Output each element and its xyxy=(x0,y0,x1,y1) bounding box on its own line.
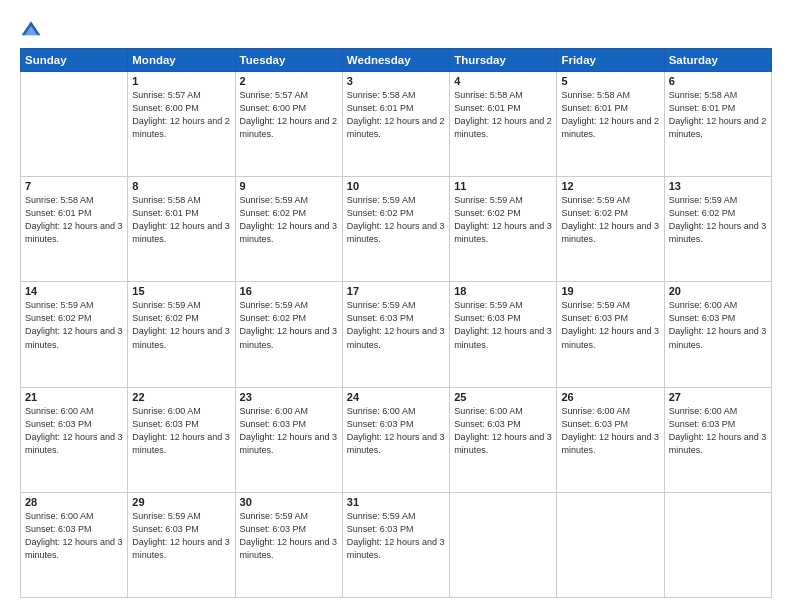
day-number: 15 xyxy=(132,285,230,297)
page: SundayMondayTuesdayWednesdayThursdayFrid… xyxy=(0,0,792,612)
calendar-day-cell: 12Sunrise: 5:59 AMSunset: 6:02 PMDayligh… xyxy=(557,177,664,282)
calendar-day-cell: 22Sunrise: 6:00 AMSunset: 6:03 PMDayligh… xyxy=(128,387,235,492)
day-number: 30 xyxy=(240,496,338,508)
day-info: Sunrise: 5:58 AMSunset: 6:01 PMDaylight:… xyxy=(132,194,230,246)
calendar-day-cell: 5Sunrise: 5:58 AMSunset: 6:01 PMDaylight… xyxy=(557,72,664,177)
calendar-header-thursday: Thursday xyxy=(450,49,557,72)
calendar-day-cell: 3Sunrise: 5:58 AMSunset: 6:01 PMDaylight… xyxy=(342,72,449,177)
day-number: 13 xyxy=(669,180,767,192)
day-info: Sunrise: 6:00 AMSunset: 6:03 PMDaylight:… xyxy=(454,405,552,457)
day-number: 31 xyxy=(347,496,445,508)
calendar-day-cell: 10Sunrise: 5:59 AMSunset: 6:02 PMDayligh… xyxy=(342,177,449,282)
calendar-day-cell: 1Sunrise: 5:57 AMSunset: 6:00 PMDaylight… xyxy=(128,72,235,177)
day-info: Sunrise: 5:59 AMSunset: 6:02 PMDaylight:… xyxy=(561,194,659,246)
day-number: 11 xyxy=(454,180,552,192)
day-info: Sunrise: 5:59 AMSunset: 6:02 PMDaylight:… xyxy=(240,299,338,351)
calendar-day-cell: 27Sunrise: 6:00 AMSunset: 6:03 PMDayligh… xyxy=(664,387,771,492)
day-number: 29 xyxy=(132,496,230,508)
day-number: 14 xyxy=(25,285,123,297)
calendar-day-cell: 23Sunrise: 6:00 AMSunset: 6:03 PMDayligh… xyxy=(235,387,342,492)
day-number: 12 xyxy=(561,180,659,192)
day-info: Sunrise: 6:00 AMSunset: 6:03 PMDaylight:… xyxy=(132,405,230,457)
day-info: Sunrise: 5:57 AMSunset: 6:00 PMDaylight:… xyxy=(240,89,338,141)
day-number: 16 xyxy=(240,285,338,297)
day-info: Sunrise: 5:58 AMSunset: 6:01 PMDaylight:… xyxy=(561,89,659,141)
calendar-day-cell: 9Sunrise: 5:59 AMSunset: 6:02 PMDaylight… xyxy=(235,177,342,282)
header xyxy=(20,18,772,40)
calendar-day-cell: 15Sunrise: 5:59 AMSunset: 6:02 PMDayligh… xyxy=(128,282,235,387)
calendar-day-cell: 11Sunrise: 5:59 AMSunset: 6:02 PMDayligh… xyxy=(450,177,557,282)
calendar-header-friday: Friday xyxy=(557,49,664,72)
calendar-day-cell xyxy=(21,72,128,177)
calendar-day-cell xyxy=(450,492,557,597)
day-number: 23 xyxy=(240,391,338,403)
day-info: Sunrise: 5:58 AMSunset: 6:01 PMDaylight:… xyxy=(669,89,767,141)
day-info: Sunrise: 6:00 AMSunset: 6:03 PMDaylight:… xyxy=(669,405,767,457)
calendar-header-row: SundayMondayTuesdayWednesdayThursdayFrid… xyxy=(21,49,772,72)
calendar-day-cell: 13Sunrise: 5:59 AMSunset: 6:02 PMDayligh… xyxy=(664,177,771,282)
calendar-day-cell xyxy=(664,492,771,597)
day-number: 28 xyxy=(25,496,123,508)
day-info: Sunrise: 5:59 AMSunset: 6:02 PMDaylight:… xyxy=(347,194,445,246)
day-info: Sunrise: 5:59 AMSunset: 6:02 PMDaylight:… xyxy=(240,194,338,246)
calendar-header-tuesday: Tuesday xyxy=(235,49,342,72)
day-number: 7 xyxy=(25,180,123,192)
day-info: Sunrise: 6:00 AMSunset: 6:03 PMDaylight:… xyxy=(347,405,445,457)
day-info: Sunrise: 5:59 AMSunset: 6:02 PMDaylight:… xyxy=(454,194,552,246)
calendar-day-cell: 7Sunrise: 5:58 AMSunset: 6:01 PMDaylight… xyxy=(21,177,128,282)
day-number: 17 xyxy=(347,285,445,297)
day-number: 27 xyxy=(669,391,767,403)
day-number: 21 xyxy=(25,391,123,403)
calendar-day-cell: 16Sunrise: 5:59 AMSunset: 6:02 PMDayligh… xyxy=(235,282,342,387)
calendar-day-cell: 4Sunrise: 5:58 AMSunset: 6:01 PMDaylight… xyxy=(450,72,557,177)
day-info: Sunrise: 6:00 AMSunset: 6:03 PMDaylight:… xyxy=(240,405,338,457)
logo-icon xyxy=(20,18,42,40)
calendar-day-cell: 20Sunrise: 6:00 AMSunset: 6:03 PMDayligh… xyxy=(664,282,771,387)
calendar-week-row: 7Sunrise: 5:58 AMSunset: 6:01 PMDaylight… xyxy=(21,177,772,282)
calendar-day-cell: 18Sunrise: 5:59 AMSunset: 6:03 PMDayligh… xyxy=(450,282,557,387)
calendar-header-monday: Monday xyxy=(128,49,235,72)
day-info: Sunrise: 5:59 AMSunset: 6:02 PMDaylight:… xyxy=(132,299,230,351)
calendar-day-cell: 26Sunrise: 6:00 AMSunset: 6:03 PMDayligh… xyxy=(557,387,664,492)
calendar-table: SundayMondayTuesdayWednesdayThursdayFrid… xyxy=(20,48,772,598)
day-number: 4 xyxy=(454,75,552,87)
calendar-day-cell: 14Sunrise: 5:59 AMSunset: 6:02 PMDayligh… xyxy=(21,282,128,387)
day-number: 3 xyxy=(347,75,445,87)
day-info: Sunrise: 5:59 AMSunset: 6:03 PMDaylight:… xyxy=(561,299,659,351)
calendar-header-saturday: Saturday xyxy=(664,49,771,72)
calendar-day-cell: 24Sunrise: 6:00 AMSunset: 6:03 PMDayligh… xyxy=(342,387,449,492)
day-number: 6 xyxy=(669,75,767,87)
day-info: Sunrise: 5:57 AMSunset: 6:00 PMDaylight:… xyxy=(132,89,230,141)
day-info: Sunrise: 6:00 AMSunset: 6:03 PMDaylight:… xyxy=(25,510,123,562)
day-info: Sunrise: 5:58 AMSunset: 6:01 PMDaylight:… xyxy=(347,89,445,141)
calendar-day-cell: 6Sunrise: 5:58 AMSunset: 6:01 PMDaylight… xyxy=(664,72,771,177)
day-number: 5 xyxy=(561,75,659,87)
calendar-day-cell: 25Sunrise: 6:00 AMSunset: 6:03 PMDayligh… xyxy=(450,387,557,492)
day-number: 1 xyxy=(132,75,230,87)
day-number: 24 xyxy=(347,391,445,403)
day-info: Sunrise: 5:59 AMSunset: 6:02 PMDaylight:… xyxy=(25,299,123,351)
calendar-day-cell: 31Sunrise: 5:59 AMSunset: 6:03 PMDayligh… xyxy=(342,492,449,597)
day-info: Sunrise: 5:58 AMSunset: 6:01 PMDaylight:… xyxy=(454,89,552,141)
calendar-header-wednesday: Wednesday xyxy=(342,49,449,72)
day-info: Sunrise: 5:58 AMSunset: 6:01 PMDaylight:… xyxy=(25,194,123,246)
day-info: Sunrise: 6:00 AMSunset: 6:03 PMDaylight:… xyxy=(561,405,659,457)
logo xyxy=(20,18,46,40)
day-number: 10 xyxy=(347,180,445,192)
calendar-header-sunday: Sunday xyxy=(21,49,128,72)
calendar-day-cell xyxy=(557,492,664,597)
day-info: Sunrise: 5:59 AMSunset: 6:03 PMDaylight:… xyxy=(347,299,445,351)
day-number: 18 xyxy=(454,285,552,297)
day-info: Sunrise: 5:59 AMSunset: 6:03 PMDaylight:… xyxy=(132,510,230,562)
calendar-day-cell: 30Sunrise: 5:59 AMSunset: 6:03 PMDayligh… xyxy=(235,492,342,597)
day-info: Sunrise: 5:59 AMSunset: 6:03 PMDaylight:… xyxy=(454,299,552,351)
calendar-day-cell: 2Sunrise: 5:57 AMSunset: 6:00 PMDaylight… xyxy=(235,72,342,177)
day-number: 25 xyxy=(454,391,552,403)
calendar-day-cell: 21Sunrise: 6:00 AMSunset: 6:03 PMDayligh… xyxy=(21,387,128,492)
calendar-day-cell: 8Sunrise: 5:58 AMSunset: 6:01 PMDaylight… xyxy=(128,177,235,282)
calendar-week-row: 21Sunrise: 6:00 AMSunset: 6:03 PMDayligh… xyxy=(21,387,772,492)
calendar-week-row: 14Sunrise: 5:59 AMSunset: 6:02 PMDayligh… xyxy=(21,282,772,387)
calendar-day-cell: 28Sunrise: 6:00 AMSunset: 6:03 PMDayligh… xyxy=(21,492,128,597)
day-number: 19 xyxy=(561,285,659,297)
day-number: 2 xyxy=(240,75,338,87)
